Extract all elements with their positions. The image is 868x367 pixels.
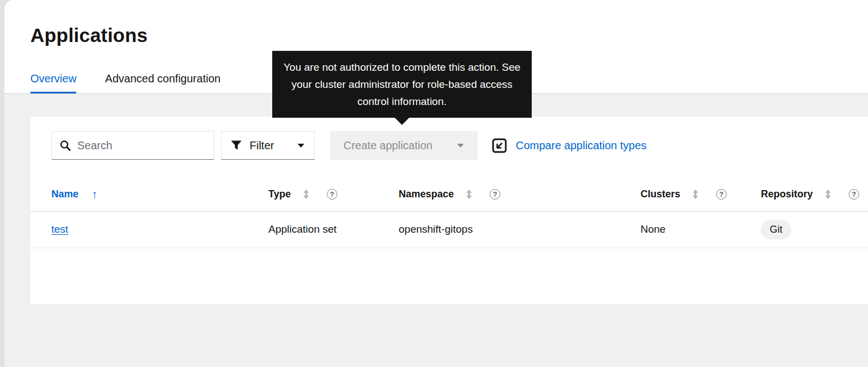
caret-down-icon (297, 143, 305, 148)
compare-icon[interactable] (492, 138, 507, 153)
tab-bar: Overview Advanced configuration (30, 72, 249, 93)
help-icon[interactable]: ? (490, 189, 500, 200)
page-title: Applications (30, 24, 868, 46)
cell-type: Application set (268, 211, 399, 248)
search-icon (60, 140, 71, 151)
application-link[interactable]: test (51, 223, 68, 235)
sort-icon[interactable] (825, 190, 831, 199)
not-authorized-tooltip: You are not authorized to complete this … (272, 51, 532, 118)
cell-namespace: openshift-gitops (399, 211, 641, 248)
repository-badge: Git (761, 220, 791, 239)
toolbar: Filter Create application Compare app (51, 131, 868, 160)
column-header-type[interactable]: Type ? (268, 178, 399, 211)
create-application-button[interactable]: Create application (330, 131, 478, 160)
filter-funnel-icon (231, 140, 242, 150)
sort-icon[interactable] (692, 190, 698, 199)
sort-ascending-icon[interactable]: ↑ (92, 188, 98, 200)
sort-icon[interactable] (466, 190, 472, 199)
filter-label: Filter (250, 139, 274, 152)
column-header-namespace[interactable]: Namespace ? (399, 178, 641, 211)
tab-overview[interactable]: Overview (30, 72, 76, 93)
tab-advanced-configuration[interactable]: Advanced configuration (105, 72, 220, 93)
column-label-type: Type (268, 188, 291, 200)
sort-icon[interactable] (303, 190, 309, 199)
compare-action: Compare application types (492, 138, 647, 153)
column-header-name[interactable]: Name ↑ (30, 178, 268, 211)
cell-repository: Git (761, 211, 868, 248)
compare-application-types-link[interactable]: Compare application types (516, 139, 647, 152)
column-header-clusters[interactable]: Clusters ? (641, 178, 761, 211)
help-icon[interactable]: ? (716, 189, 727, 200)
column-label-repository: Repository (761, 188, 813, 200)
column-label-clusters: Clusters (641, 188, 680, 200)
applications-table: Name ↑ Type ? (30, 178, 868, 248)
page-content: Filter Create application Compare app (4, 94, 868, 367)
search-box (51, 131, 214, 160)
cell-clusters: None (641, 211, 761, 248)
column-label-namespace: Namespace (399, 188, 454, 200)
tooltip-text: You are not authorized to complete this … (283, 61, 520, 107)
create-application-label: Create application (343, 139, 432, 152)
table-header-row: Name ↑ Type ? (30, 178, 868, 211)
help-icon[interactable]: ? (849, 189, 859, 200)
search-input[interactable] (77, 139, 206, 152)
help-icon[interactable]: ? (327, 189, 337, 200)
column-label-name: Name (51, 188, 78, 200)
applications-card: Filter Create application Compare app (30, 117, 868, 304)
caret-down-icon (457, 143, 464, 148)
filter-button[interactable]: Filter (221, 131, 315, 160)
cell-name: test (30, 211, 268, 248)
column-header-repository[interactable]: Repository ? (761, 178, 868, 211)
table-row: test Application set openshift-gitops No… (30, 211, 868, 248)
